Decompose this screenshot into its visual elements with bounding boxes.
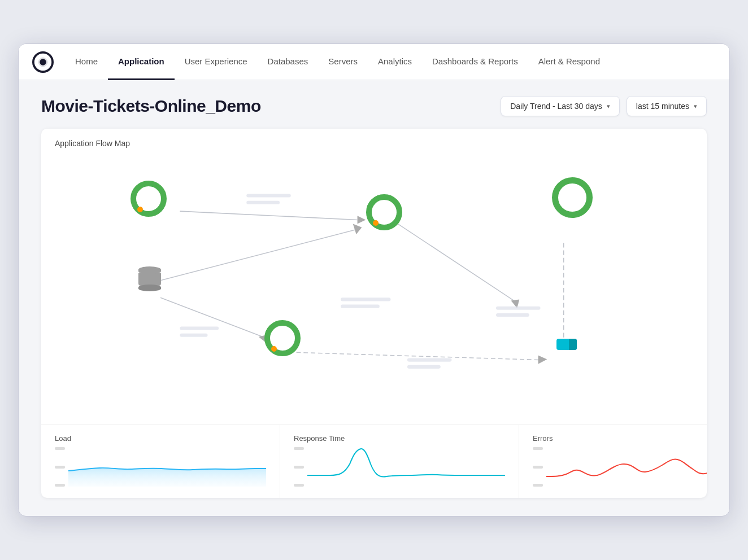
errors-y-label-bot <box>533 484 543 487</box>
top-nav: Home Application User Experience Databas… <box>19 44 729 80</box>
svg-rect-19 <box>180 334 207 337</box>
node-b[interactable] <box>366 194 402 230</box>
node-b-status-dot <box>373 220 379 226</box>
flow-map-title: Application Flow Map <box>41 129 707 154</box>
metric-response-chart <box>294 447 505 487</box>
metric-errors-chart <box>533 447 707 487</box>
ring-node-b <box>366 194 402 230</box>
db-top <box>138 266 161 274</box>
load-y-label-mid <box>55 466 65 469</box>
trend-dropdown[interactable]: Daily Trend - Last 30 days ▾ <box>501 96 620 116</box>
nav-servers[interactable]: Servers <box>318 44 368 80</box>
metrics-row: Load <box>41 425 707 498</box>
errors-y-label-mid <box>533 466 543 469</box>
errors-y-labels <box>533 447 543 487</box>
metric-load: Load <box>41 425 280 498</box>
app-logo <box>32 51 54 73</box>
svg-rect-18 <box>180 326 219 330</box>
metric-errors-title: Errors <box>533 434 707 443</box>
load-y-label-top <box>55 447 65 450</box>
svg-line-8 <box>396 223 518 304</box>
svg-line-2 <box>180 211 357 220</box>
response-y-labels <box>294 447 304 487</box>
nav-analytics[interactable]: Analytics <box>368 44 422 80</box>
main-card: Application Flow Map <box>41 129 707 498</box>
db-body <box>138 273 161 286</box>
header-controls: Daily Trend - Last 30 days ▾ last 15 min… <box>501 96 707 116</box>
time-chevron-icon: ▾ <box>694 103 697 110</box>
svg-line-6 <box>160 298 266 338</box>
svg-rect-15 <box>246 201 280 204</box>
ring-node-d <box>552 177 593 218</box>
trend-label: Daily Trend - Last 30 days <box>510 102 602 111</box>
svg-line-4 <box>160 229 360 281</box>
metric-errors: Errors <box>519 425 707 498</box>
response-y-label-bot <box>294 484 304 487</box>
nav-home[interactable]: Home <box>65 44 108 80</box>
svg-rect-17 <box>341 305 380 308</box>
nav-application[interactable]: Application <box>108 44 175 80</box>
svg-rect-21 <box>496 313 529 317</box>
svg-marker-3 <box>358 216 366 224</box>
node-cylinder[interactable] <box>556 339 577 350</box>
page-header: Movie-Tickets-Online_Demo Daily Trend - … <box>41 96 707 116</box>
nav-user-experience[interactable]: User Experience <box>175 44 258 80</box>
node-c[interactable] <box>264 320 301 356</box>
metric-load-chart <box>55 447 266 487</box>
svg-marker-11 <box>538 355 547 364</box>
main-content: Movie-Tickets-Online_Demo Daily Trend - … <box>19 80 729 516</box>
app-window: Home Application User Experience Databas… <box>18 43 730 517</box>
trend-chevron-icon: ▾ <box>607 103 610 110</box>
ring-node-a <box>131 181 167 217</box>
page-title: Movie-Tickets-Online_Demo <box>41 97 261 116</box>
response-y-label-top <box>294 447 304 450</box>
db-bottom <box>138 285 161 291</box>
svg-marker-5 <box>353 224 362 234</box>
time-dropdown[interactable]: last 15 minutes ▾ <box>627 96 707 116</box>
nav-databases[interactable]: Databases <box>258 44 319 80</box>
ring-node-c <box>264 320 301 356</box>
time-label: last 15 minutes <box>636 102 689 111</box>
response-chart-svg <box>307 447 505 487</box>
errors-chart-svg <box>546 447 707 487</box>
node-c-status-dot <box>271 346 277 352</box>
blue-cylinder-icon <box>556 339 577 350</box>
nav-items: Home Application User Experience Databas… <box>65 44 716 80</box>
node-db[interactable] <box>138 266 161 291</box>
svg-point-1 <box>40 59 46 65</box>
nav-dashboards[interactable]: Dashboards & Reports <box>422 44 528 80</box>
node-d[interactable] <box>552 177 593 218</box>
metric-response-title: Response Time <box>294 434 505 443</box>
svg-rect-16 <box>341 298 390 301</box>
svg-line-10 <box>297 352 541 360</box>
svg-rect-23 <box>407 365 441 369</box>
svg-marker-9 <box>511 299 519 308</box>
nav-alert[interactable]: Alert & Respond <box>528 44 610 80</box>
node-a-status-dot <box>137 207 143 212</box>
metric-response: Response Time <box>280 425 519 498</box>
database-icon <box>138 266 161 291</box>
load-y-label-bot <box>55 484 65 487</box>
load-chart-svg <box>68 447 266 487</box>
errors-y-label-top <box>533 447 543 450</box>
svg-rect-22 <box>407 358 452 362</box>
load-y-labels <box>55 447 65 487</box>
response-y-label-mid <box>294 466 304 469</box>
metric-load-title: Load <box>55 434 266 443</box>
svg-rect-20 <box>496 307 541 310</box>
svg-rect-14 <box>246 194 291 197</box>
flow-map <box>41 154 707 425</box>
node-a[interactable] <box>131 181 167 217</box>
